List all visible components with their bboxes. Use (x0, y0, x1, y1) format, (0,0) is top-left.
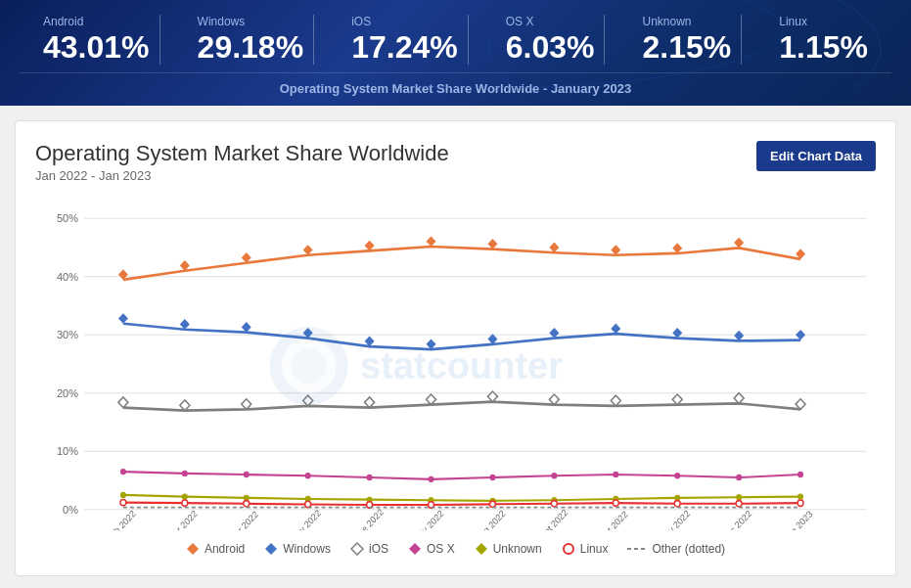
header: Android 43.01% Windows 29.18% iOS 17.24%… (0, 0, 911, 106)
linux-point-2 (182, 500, 188, 506)
linux-point-7 (489, 501, 495, 507)
android-point-8 (549, 243, 559, 253)
legend-other: Other (dotted) (627, 542, 725, 556)
android-point-6 (427, 237, 436, 248)
stat-android-label: Android (43, 15, 150, 28)
linux-point-3 (244, 501, 250, 507)
osx-point-10 (674, 473, 680, 478)
svg-text:Apr 2022: Apr 2022 (228, 510, 260, 531)
android-point-11 (734, 238, 744, 249)
osx-point-8 (551, 473, 557, 478)
windows-point-1 (118, 313, 128, 324)
svg-text:Oct 2022: Oct 2022 (598, 510, 630, 531)
svg-marker-29 (351, 543, 363, 555)
svg-marker-28 (265, 543, 277, 555)
header-subtitle: Operating System Market Share Worldwide … (20, 72, 891, 96)
stat-unknown-label: Unknown (642, 15, 731, 28)
stat-unknown-value: 2.15% (642, 30, 731, 65)
android-point-5 (365, 241, 375, 251)
svg-marker-31 (476, 543, 487, 555)
windows-point-10 (672, 328, 682, 339)
osx-point-6 (429, 476, 434, 482)
stat-osx-value: 6.03% (506, 30, 595, 65)
stat-ios: iOS 17.24% (342, 15, 469, 65)
svg-text:0%: 0% (63, 504, 78, 516)
osx-point-12 (797, 472, 803, 477)
chart-date-range: Jan 2022 - Jan 2023 (35, 168, 449, 183)
stats-row: Android 43.01% Windows 29.18% iOS 17.24%… (20, 15, 891, 65)
ios-point-2 (180, 400, 190, 411)
chart-title-block: Operating System Market Share Worldwide … (35, 141, 449, 183)
osx-line (123, 472, 800, 479)
stat-unknown: Unknown 2.15% (632, 15, 742, 65)
svg-text:20%: 20% (57, 387, 78, 399)
linux-point-1 (120, 500, 126, 506)
chart-legend: Android Windows iOS OS X Unknown Linux O… (35, 542, 876, 556)
android-point-4 (303, 245, 313, 255)
osx-point-3 (244, 472, 250, 477)
osx-point-4 (305, 473, 311, 478)
android-point-9 (611, 245, 620, 255)
ios-point-3 (242, 399, 251, 410)
stat-windows-label: Windows (198, 15, 304, 28)
svg-point-32 (564, 544, 573, 554)
osx-point-7 (489, 475, 495, 480)
svg-text:Feb 2022: Feb 2022 (105, 509, 138, 530)
legend-unknown: Unknown (475, 542, 542, 556)
windows-point-12 (796, 330, 805, 340)
android-line (123, 247, 800, 280)
windows-point-3 (242, 322, 251, 333)
legend-osx: OS X (408, 542, 455, 556)
windows-line (123, 324, 800, 349)
stat-linux: Linux 1.15% (769, 15, 878, 65)
legend-android: Android (186, 542, 245, 556)
unknown-line (123, 495, 800, 501)
ios-point-10 (672, 394, 682, 405)
unknown-point-1 (120, 492, 126, 498)
legend-windows: Windows (264, 542, 331, 556)
osx-point-11 (736, 475, 742, 480)
stat-android: Android 43.01% (33, 15, 160, 65)
linux-point-9 (613, 500, 618, 506)
stat-linux-value: 1.15% (779, 30, 868, 65)
legend-ios: iOS (350, 542, 388, 556)
unknown-point-11 (736, 494, 742, 500)
osx-point-5 (367, 475, 373, 480)
svg-marker-30 (409, 543, 421, 555)
linux-point-8 (551, 501, 557, 507)
linux-point-10 (674, 501, 680, 507)
ios-point-6 (427, 394, 436, 405)
stat-android-value: 43.01% (43, 30, 150, 65)
windows-point-8 (549, 328, 559, 339)
stat-ios-value: 17.24% (351, 30, 458, 65)
ios-point-5 (365, 397, 375, 408)
svg-text:30%: 30% (57, 329, 78, 340)
linux-line (123, 503, 800, 505)
stat-osx-label: OS X (506, 15, 595, 28)
unknown-point-2 (182, 494, 188, 500)
edit-chart-button[interactable]: Edit Chart Data (756, 141, 876, 171)
stat-ios-label: iOS (351, 15, 458, 28)
linux-point-4 (305, 501, 311, 507)
windows-point-11 (734, 331, 744, 341)
stat-windows: Windows 29.18% (188, 15, 315, 65)
svg-text:Jan 2023: Jan 2023 (783, 509, 815, 530)
chart-area: statcounter 50% 40% 30% 20% 10% 0% Feb 2… (35, 198, 876, 534)
ios-point-11 (734, 393, 744, 404)
android-point-7 (487, 239, 497, 249)
stat-osx: OS X 6.03% (496, 15, 606, 65)
line-chart: 50% 40% 30% 20% 10% 0% Feb 2022 Mar 2022… (35, 198, 876, 530)
chart-header: Operating System Market Share Worldwide … (35, 141, 876, 183)
svg-text:50%: 50% (57, 212, 78, 224)
svg-text:June 2022: June 2022 (349, 507, 385, 530)
svg-text:Dec 2022: Dec 2022 (720, 509, 753, 530)
svg-text:Nov 2022: Nov 2022 (659, 509, 692, 530)
linux-point-11 (736, 501, 742, 507)
osx-point-2 (182, 471, 188, 476)
legend-linux: Linux (562, 542, 609, 556)
ios-point-1 (118, 397, 128, 408)
svg-text:10%: 10% (57, 445, 78, 457)
ios-point-4 (303, 395, 313, 406)
ios-point-8 (549, 394, 559, 405)
stat-windows-value: 29.18% (198, 30, 304, 65)
